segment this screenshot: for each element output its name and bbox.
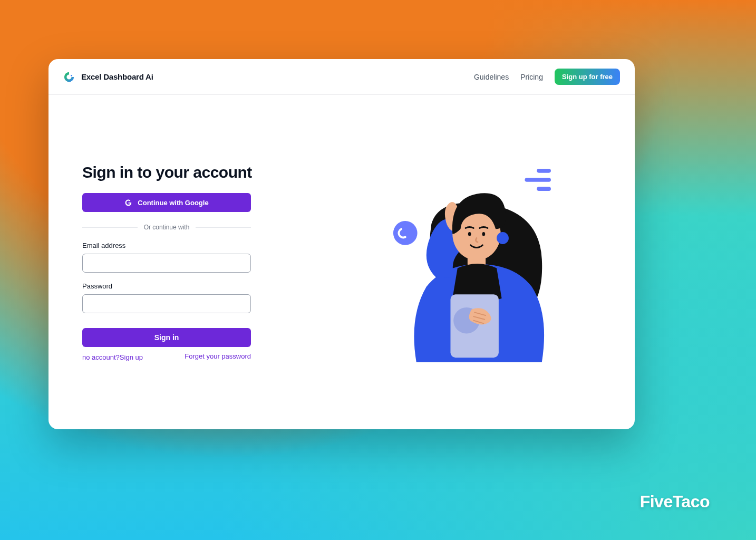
svg-point-9 <box>482 232 485 236</box>
signin-button[interactable]: Sign in <box>82 328 251 347</box>
svg-point-0 <box>71 74 72 76</box>
password-field[interactable] <box>82 294 251 313</box>
topbar: Excel Dashboard Ai Guidelines Pricing Si… <box>49 59 635 95</box>
links-row: no account?Sign up Forget your password <box>82 352 251 362</box>
svg-point-7 <box>497 232 509 244</box>
svg-rect-1 <box>537 169 551 173</box>
nav-pricing[interactable]: Pricing <box>520 73 543 81</box>
divider: Or continue with <box>82 224 251 231</box>
google-button-label: Continue with Google <box>138 199 208 207</box>
signup-link-group: no account?Sign up <box>82 352 143 362</box>
nav-guidelines[interactable]: Guidelines <box>474 73 509 81</box>
signup-button[interactable]: Sign up for free <box>555 69 620 85</box>
forgot-password-link[interactable]: Forget your password <box>185 352 251 362</box>
logo-icon <box>63 71 75 83</box>
watermark: FiveTaco <box>640 492 710 512</box>
password-label: Password <box>82 282 297 290</box>
content: Sign in to your account Continue with Go… <box>49 95 635 429</box>
brand: Excel Dashboard Ai <box>63 71 153 83</box>
email-label: Email address <box>82 242 297 249</box>
continue-with-google-button[interactable]: Continue with Google <box>82 193 251 212</box>
svg-point-4 <box>393 221 418 245</box>
signup-prefix: no account? <box>82 353 120 361</box>
app-window: Excel Dashboard Ai Guidelines Pricing Si… <box>49 59 635 429</box>
brand-name: Excel Dashboard Ai <box>81 72 153 81</box>
divider-text: Or continue with <box>144 224 190 231</box>
google-icon <box>124 199 132 207</box>
page-title: Sign in to your account <box>82 163 297 181</box>
person-illustration-icon <box>371 159 582 370</box>
svg-point-8 <box>468 232 471 236</box>
email-field[interactable] <box>82 254 251 273</box>
signup-link[interactable]: Sign up <box>120 353 143 361</box>
nav: Guidelines Pricing Sign up for free <box>474 69 620 85</box>
svg-rect-2 <box>525 178 551 182</box>
signin-form: Sign in to your account Continue with Go… <box>49 95 318 429</box>
illustration <box>318 95 635 429</box>
svg-rect-3 <box>537 187 551 191</box>
